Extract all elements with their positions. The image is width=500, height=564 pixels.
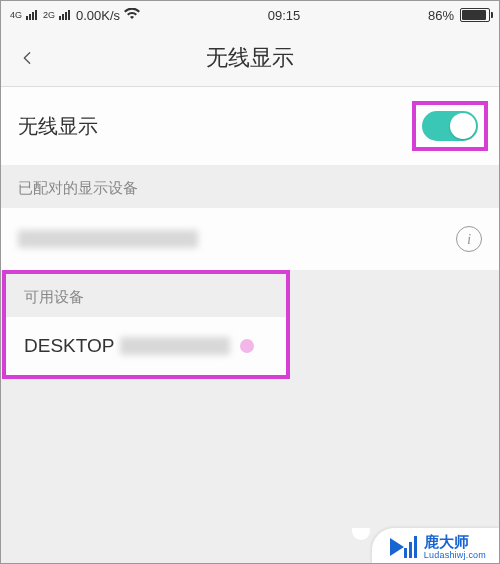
paired-device-row[interactable]: i <box>0 208 500 270</box>
paired-device-name <box>18 230 198 248</box>
logo-name: 鹿大师 <box>424 534 486 549</box>
annotation-highlight-available: 可用设备 DESKTOP <box>2 270 290 379</box>
net1-label: 4G <box>10 10 22 20</box>
wireless-display-toggle[interactable] <box>422 111 478 141</box>
wifi-icon <box>124 7 140 23</box>
redacted-text <box>120 337 230 355</box>
signal-bars-1 <box>26 10 37 20</box>
net2-label: 2G <box>43 10 55 20</box>
info-icon[interactable]: i <box>456 226 482 252</box>
status-bar: 4G 2G 0.00K/s 09:15 86% <box>0 0 500 30</box>
chevron-left-icon <box>19 50 35 66</box>
toggle-knob <box>450 113 476 139</box>
available-device-row[interactable]: DESKTOP <box>6 317 286 375</box>
status-left: 4G 2G 0.00K/s <box>10 7 140 23</box>
logo-url: Ludashiwj.com <box>424 551 486 560</box>
redacted-text <box>18 230 198 248</box>
status-right: 86% <box>428 8 490 23</box>
paired-devices-header: 已配对的显示设备 <box>0 165 500 208</box>
logo-mark-icon <box>390 536 418 558</box>
page-title: 无线显示 <box>206 43 294 73</box>
wireless-display-label: 无线显示 <box>18 113 98 140</box>
logo-tail <box>352 528 370 540</box>
net-speed: 0.00K/s <box>76 8 120 23</box>
battery-percent: 86% <box>428 8 454 23</box>
signal-bars-2 <box>59 10 70 20</box>
available-devices-header: 可用设备 <box>6 274 286 317</box>
pink-dot-icon <box>240 339 254 353</box>
available-device-name: DESKTOP <box>24 335 254 357</box>
device-name-prefix: DESKTOP <box>24 335 114 357</box>
battery-icon <box>460 8 490 22</box>
wireless-display-row: 无线显示 <box>0 87 500 165</box>
watermark-logo: 鹿大师 Ludashiwj.com <box>372 528 500 564</box>
clock: 09:15 <box>268 8 301 23</box>
page-header: 无线显示 <box>0 30 500 86</box>
back-button[interactable] <box>12 43 42 73</box>
